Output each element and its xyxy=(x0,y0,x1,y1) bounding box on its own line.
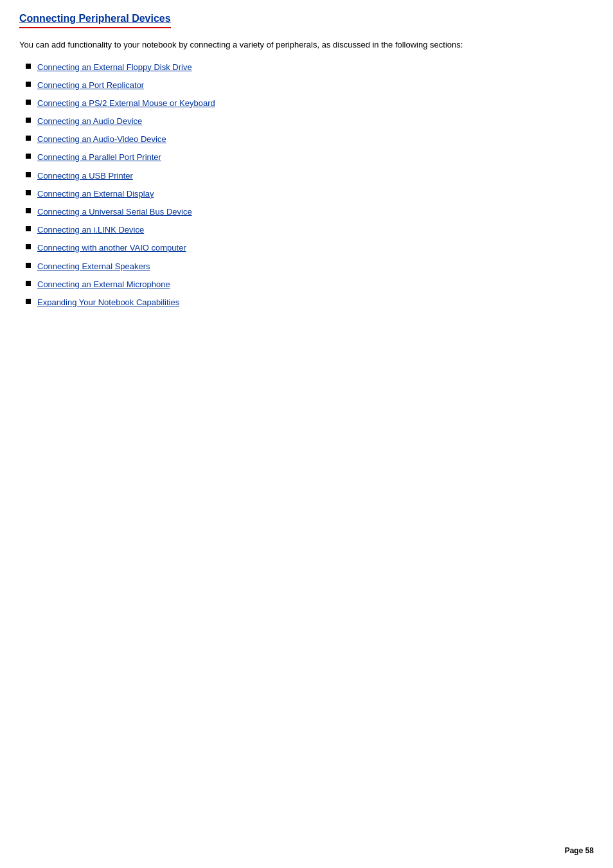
bullet-icon xyxy=(26,100,31,105)
list-item: Connecting an External Floppy Disk Drive xyxy=(19,62,594,73)
list-item: Connecting an i.LINK Device xyxy=(19,224,594,236)
bullet-icon xyxy=(26,154,31,159)
page-container: Connecting Peripheral Devices You can ad… xyxy=(0,0,613,353)
list-item: Connecting a PS/2 External Mouse or Keyb… xyxy=(19,98,594,109)
list-item: Connecting an External Display xyxy=(19,188,594,200)
link-list: Connecting an External Floppy Disk Drive… xyxy=(19,62,594,309)
bullet-icon xyxy=(26,172,31,177)
intro-text: You can add functionality to your notebo… xyxy=(19,39,594,51)
bullet-icon xyxy=(26,299,31,304)
link-port-replicator[interactable]: Connecting a Port Replicator xyxy=(37,80,144,91)
link-ps2[interactable]: Connecting a PS/2 External Mouse or Keyb… xyxy=(37,98,215,109)
list-item: Connecting a Parallel Port Printer xyxy=(19,152,594,163)
bullet-icon xyxy=(26,82,31,87)
link-expanding[interactable]: Expanding Your Notebook Capabilities xyxy=(37,297,179,308)
page-title: Connecting Peripheral Devices xyxy=(19,13,171,28)
bullet-icon xyxy=(26,118,31,123)
bullet-icon xyxy=(26,64,31,69)
link-microphone[interactable]: Connecting an External Microphone xyxy=(37,279,170,290)
list-item: Connecting with another VAIO computer xyxy=(19,242,594,254)
bullet-icon xyxy=(26,244,31,249)
bullet-icon xyxy=(26,190,31,195)
list-item: Connecting a Port Replicator xyxy=(19,80,594,91)
list-item: Connecting an Audio-Video Device xyxy=(19,134,594,145)
bullet-icon xyxy=(26,208,31,213)
list-item: Connecting External Speakers xyxy=(19,261,594,272)
link-usb-device[interactable]: Connecting a Universal Serial Bus Device xyxy=(37,206,192,218)
link-floppy[interactable]: Connecting an External Floppy Disk Drive xyxy=(37,62,192,73)
bullet-icon xyxy=(26,281,31,286)
bullet-icon xyxy=(26,263,31,268)
link-audio-video[interactable]: Connecting an Audio-Video Device xyxy=(37,134,166,145)
link-usb-printer[interactable]: Connecting a USB Printer xyxy=(37,170,133,182)
list-item: Expanding Your Notebook Capabilities xyxy=(19,297,594,308)
link-speakers[interactable]: Connecting External Speakers xyxy=(37,261,150,272)
bullet-icon xyxy=(26,226,31,231)
list-item: Connecting an External Microphone xyxy=(19,279,594,290)
bullet-icon xyxy=(26,136,31,141)
list-item: Connecting a Universal Serial Bus Device xyxy=(19,206,594,218)
page-number: Page 58 xyxy=(565,846,594,855)
link-ilink[interactable]: Connecting an i.LINK Device xyxy=(37,224,144,236)
link-parallel[interactable]: Connecting a Parallel Port Printer xyxy=(37,152,161,163)
link-audio[interactable]: Connecting an Audio Device xyxy=(37,116,142,127)
list-item: Connecting an Audio Device xyxy=(19,116,594,127)
link-vaio[interactable]: Connecting with another VAIO computer xyxy=(37,242,186,254)
link-external-display[interactable]: Connecting an External Display xyxy=(37,188,154,200)
list-item: Connecting a USB Printer xyxy=(19,170,594,182)
